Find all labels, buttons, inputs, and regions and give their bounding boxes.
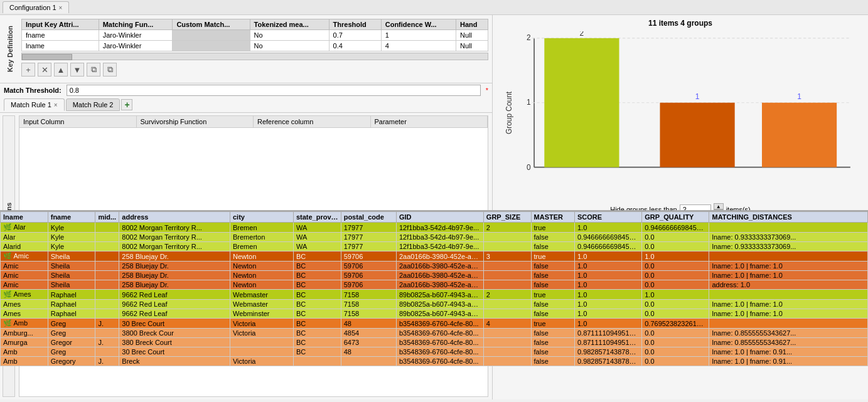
surv-col-2: Reference column (254, 116, 371, 127)
col-header-grpsize[interactable]: GRP_SIZE (483, 212, 531, 223)
col-header-6: Hand (456, 19, 488, 30)
key-cell-0-1: Jaro-Winkler (99, 30, 173, 41)
required-indicator: * (486, 87, 488, 94)
table-cell: BC (293, 271, 341, 280)
table-cell (483, 262, 531, 271)
data-table-container[interactable]: lname fname mid... address city state_pr… (0, 210, 868, 402)
table-cell: false (531, 309, 574, 319)
table-row[interactable]: AmicSheila258 Bluejay Dr.NewtonBC597062a… (1, 271, 868, 280)
table-row[interactable]: AmicSheila258 Bluejay Dr.NewtonBC597062a… (1, 280, 868, 290)
table-cell (709, 251, 868, 262)
table-cell (95, 300, 119, 309)
match-rule-tab-1-close[interactable]: × (54, 102, 58, 108)
table-cell (230, 338, 293, 347)
table-cell: 8002 Morgan Territory R... (119, 223, 230, 233)
table-cell: 0.8711110949516296 (574, 338, 641, 347)
table-cell: lname: 1.0 | fname: 1.0 (709, 300, 868, 309)
table-cell: BC (293, 309, 341, 319)
table-cell: Amic (1, 262, 48, 271)
table-cell: J. (95, 319, 119, 329)
col-header-address[interactable]: address (119, 212, 230, 223)
move-down-button[interactable]: ▼ (70, 63, 84, 77)
col-header-mid[interactable]: mid... (95, 212, 119, 223)
col-header-0: Input Key Attri... (22, 19, 99, 30)
table-cell (483, 329, 531, 338)
table-row[interactable]: Amburg...Greg3800 Breck CourVictoriaBC48… (1, 329, 868, 338)
table-row[interactable]: AmicSheila258 Bluejay Dr.NewtonBC597062a… (1, 262, 868, 271)
chart-area: Group Count 0 1 2 (496, 31, 864, 201)
tab-close-icon[interactable]: × (59, 4, 63, 11)
table-cell: false (531, 347, 574, 357)
copy-button[interactable]: ⧉ (87, 63, 100, 77)
table-cell: 0.9828571438789367 (574, 347, 641, 357)
table-cell (95, 271, 119, 280)
table-row[interactable]: AlaridKyle8002 Morgan Territory R...Brem… (1, 242, 868, 251)
table-cell: 3800 Breck Cour (119, 329, 230, 338)
table-cell: 🌿 Amb (1, 319, 48, 329)
delete-key-button[interactable]: ✕ (38, 63, 51, 77)
table-row[interactable]: AmbGregoryJ.BreckVictoriab3548369-6760-4… (1, 357, 868, 366)
horizontal-scrollbar[interactable] (21, 53, 488, 60)
table-cell: 17977 (341, 223, 396, 233)
col-header-city[interactable]: city (230, 212, 293, 223)
survivorship-header: Input Column Survivorship Function Refer… (19, 116, 488, 128)
col-header-matchdist[interactable]: MATCHING_DISTANCES (709, 212, 868, 223)
table-cell: false (531, 242, 574, 251)
col-header-score[interactable]: SCORE (574, 212, 641, 223)
key-cell-1-1: Jaro-Winkler (99, 41, 173, 51)
col-header-gid[interactable]: GID (397, 212, 484, 223)
tab-configuration1[interactable]: Configuration 1 × (3, 1, 69, 13)
table-cell: false (531, 233, 574, 242)
match-rule-tab-1[interactable]: Match Rule 1 × (4, 98, 65, 111)
table-cell (483, 233, 531, 242)
table-cell: BC (293, 347, 341, 357)
paste-button[interactable]: ⧉ (103, 63, 117, 77)
col-header-fname[interactable]: fname (48, 212, 95, 223)
col-header-4: Threshold (329, 19, 381, 30)
key-cell-1-5: 4 (381, 41, 456, 51)
table-cell: 0.0 (642, 262, 709, 271)
move-up-button[interactable]: ▲ (54, 63, 68, 77)
col-header-master[interactable]: MASTER (531, 212, 574, 223)
chart-container: 11 items 4 groups Group Count 0 1 (496, 19, 864, 218)
table-cell (95, 233, 119, 242)
table-cell: 59706 (341, 262, 396, 271)
table-row[interactable]: AmbGreg30 Brec CourtBC48b3548369-6760-4c… (1, 347, 868, 357)
table-row[interactable]: 🌿 AmbGregJ.30 Brec CourtVictoriaBC48b354… (1, 319, 868, 329)
match-threshold-input[interactable] (67, 85, 481, 96)
table-row[interactable]: 🌿 AlarKyle8002 Morgan Territory R...Brem… (1, 223, 868, 233)
add-key-button[interactable]: + (21, 63, 35, 77)
table-cell: BC (293, 251, 341, 262)
table-cell: 1.0 (574, 280, 641, 290)
col-header-state[interactable]: state_province (293, 212, 341, 223)
table-cell (95, 280, 119, 290)
table-cell: WA (293, 233, 341, 242)
table-row[interactable]: AlarKyle8002 Morgan Territory R...Bremer… (1, 233, 868, 242)
table-cell (95, 309, 119, 319)
key-row-0[interactable]: fname Jaro-Winkler No 0.7 1 Null (22, 30, 488, 41)
col-header-lname[interactable]: lname (1, 212, 48, 223)
table-cell: Amic (1, 271, 48, 280)
table-cell: Gregor (48, 338, 95, 347)
table-cell: Sheila (48, 262, 95, 271)
spinner-up-button[interactable]: ▲ (714, 203, 724, 209)
table-cell: Bremen (230, 242, 293, 251)
scroll-thumb[interactable] (22, 54, 72, 60)
table-row[interactable]: AmesRaphael9662 Red LeafWebmasterBC71588… (1, 300, 868, 309)
table-row[interactable]: 🌿 AmesRaphael9662 Red LeafWebmasterBC715… (1, 290, 868, 300)
table-row[interactable]: AmurgaGregorJ.380 Breck CourtBC6473b3548… (1, 338, 868, 347)
col-header-postal[interactable]: postal_code (341, 212, 396, 223)
table-cell: 7158 (341, 290, 396, 300)
table-cell: BC (293, 338, 341, 347)
table-cell: 2aa0166b-3980-452e-a9... (397, 251, 484, 262)
table-cell: 1.0 (574, 271, 641, 280)
table-cell: b3548369-6760-4cfe-80... (397, 319, 484, 329)
table-cell: 0.946666669845581 (574, 242, 641, 251)
add-match-rule-button[interactable]: + (121, 99, 132, 110)
key-row-1[interactable]: lname Jaro-Winkler No 0.4 4 Null (22, 41, 488, 51)
table-row[interactable]: AmesRaphael9662 Red LeafWebminsterBC7158… (1, 309, 868, 319)
table-cell: 0.8711110949516296 (574, 329, 641, 338)
col-header-grpquality[interactable]: GRP_QUALITY (642, 212, 709, 223)
match-rule-tab-2[interactable]: Match Rule 2 (66, 98, 121, 111)
table-row[interactable]: 🌿 AmicSheila258 Bluejay Dr.NewtonBC59706… (1, 251, 868, 262)
